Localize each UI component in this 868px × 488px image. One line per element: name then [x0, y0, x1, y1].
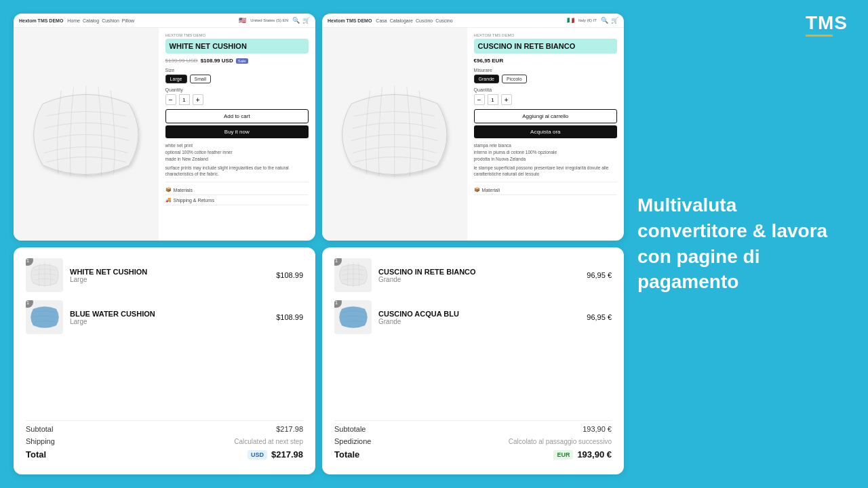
browser-logo-it: Hextom TMS DEMO — [328, 18, 372, 23]
product-card-en: Hextom TMS DEMO Home Catalog Cushion Pil… — [14, 14, 315, 241]
buy-now-btn-it[interactable]: Acquista ora — [474, 125, 617, 138]
qty-minus-it[interactable]: − — [474, 94, 485, 105]
size-options-en: Large Small — [165, 75, 309, 83]
browser-icons-it: 🔍🛒 — [601, 17, 618, 24]
add-cart-btn-it[interactable]: Aggiungi al carrello — [474, 109, 617, 123]
total-row-en: Total USD $217.98 — [26, 449, 303, 460]
shipping-row-en: Shipping Calculated at next step — [26, 437, 303, 445]
cart-item-name-2-it: CUSCINO ACQUA BLU — [378, 310, 580, 318]
qty-value-it: 1 — [488, 94, 498, 105]
cart-item-info-1-it: CUSCINO IN RETE BIANCO Grande — [378, 268, 580, 283]
flag-it: 🇮🇹 — [567, 17, 574, 24]
add-cart-btn-en[interactable]: Add to cart — [165, 109, 309, 123]
product-image-en — [14, 28, 159, 241]
shipping-value-it: Calcolato al passaggio successivo — [509, 438, 612, 445]
cart-item-variant-1-en: Large — [70, 276, 269, 283]
price-row-en: $139.99 USD $108.99 USD Sale — [165, 58, 309, 64]
flag-en: 🇺🇸 — [239, 17, 246, 24]
subtotal-value-en: $217.98 — [276, 425, 303, 433]
qty-label-it: Quantità — [474, 87, 617, 92]
product-title-en: WHITE NET CUSHION — [165, 39, 309, 54]
currency-badge-en: USD — [248, 450, 267, 460]
qty-minus-en[interactable]: − — [165, 94, 176, 105]
product-desc-en: white net print optional 100% cotton fea… — [165, 142, 309, 178]
size-grande-it[interactable]: Grande — [474, 75, 499, 83]
qty-row-en: − 1 + — [165, 94, 309, 105]
cart-item-name-2-en: BLUE WATER CUSHION — [70, 310, 269, 318]
shipping-value-en: Calculated at next step — [234, 438, 303, 445]
browser-bar-en: Hextom TMS DEMO Home Catalog Cushion Pil… — [14, 14, 315, 28]
price-row-it: €96,95 EUR — [474, 58, 617, 64]
cart-card-it: 1 CUSCINO IN RETE BIANCO Grande — [322, 247, 624, 474]
cart-item-img-1-it: 1 — [334, 258, 372, 292]
qty-plus-en[interactable]: + — [193, 94, 203, 105]
sale-badge-en: Sale — [236, 58, 248, 64]
product-content-it: HEXTOM TMS DEMO CUSCINO IN RETE BIANCO €… — [322, 28, 624, 241]
product-desc-it: stampa rete bianca interno in piuma di c… — [474, 142, 617, 178]
size-small-en[interactable]: Small — [190, 75, 212, 83]
cart-item-price-2-it: 96,95 € — [587, 313, 612, 321]
qty-label-en: Quantity — [165, 87, 309, 92]
cart-item-1-it: 1 CUSCINO IN RETE BIANCO Grande — [334, 258, 612, 292]
browser-icons-en: 🔍🛒 — [292, 17, 310, 24]
shipping-label-en: Shipping — [26, 437, 55, 445]
total-row-it: Totale EUR 193,90 € — [334, 449, 612, 460]
cart-item-info-2-it: CUSCINO ACQUA BLU Grande — [378, 310, 580, 325]
qty-row-it: − 1 + — [474, 94, 617, 105]
total-right-it: EUR 193,90 € — [553, 449, 612, 460]
tagline: Multivaluta convertitore & lavora con pa… — [637, 192, 848, 295]
cart-item-name-1-en: WHITE NET CUSHION — [70, 268, 269, 276]
cart-item-variant-1-it: Grande — [378, 276, 580, 283]
product-details-it: HEXTOM TMS DEMO CUSCINO IN RETE BIANCO €… — [467, 28, 624, 241]
price-current-en: $108.99 USD — [201, 58, 233, 64]
size-options-it: Grande Piccolo — [474, 75, 617, 83]
product-card-it: Hextom TMS DEMO Casa Catalogare Cuscino … — [322, 14, 624, 241]
cart-item-variant-2-it: Grande — [378, 318, 580, 325]
cart-item-2-en: 1 BLUE WATER CUSHION Large $108.99 — [26, 300, 303, 334]
subtotal-row-en: Subtotal $217.98 — [26, 425, 303, 433]
main-grid: Hextom TMS DEMO Home Catalog Cushion Pil… — [14, 14, 624, 474]
subtotal-label-en: Subtotal — [26, 425, 53, 433]
accordion-materials-en[interactable]: 📦Materials — [165, 185, 309, 195]
cart-item-price-1-it: 96,95 € — [587, 271, 612, 279]
total-right-en: USD $217.98 — [248, 449, 303, 460]
cart-divider-en — [26, 420, 303, 421]
product-title-it: CUSCINO IN RETE BIANCO — [474, 39, 617, 54]
cart-item-2-it: 1 CUSCINO ACQUA BLU Grande 96,95 € — [334, 300, 612, 334]
accordion-it: 📦Materiali — [474, 182, 617, 195]
size-piccolo-it[interactable]: Piccolo — [502, 75, 527, 83]
shipping-row-it: Spedizione Calcolato al passaggio succes… — [334, 437, 612, 445]
price-original-en: $139.99 USD — [165, 58, 198, 64]
browser-bar-it: Hextom TMS DEMO Casa Catalogare Cuscino … — [322, 14, 624, 28]
total-label-en: Total — [26, 449, 46, 460]
cart-divider-it — [334, 420, 612, 421]
total-value-en: $217.98 — [271, 449, 303, 460]
size-label-en: Size — [165, 68, 309, 73]
browser-nav-en: Home Catalog Cushion Pillow — [67, 18, 134, 23]
cart-item-1-en: 1 WHITE NET CUSHION Large $1 — [26, 258, 303, 292]
cart-card-en: 1 WHITE NET CUSHION Large $1 — [14, 247, 315, 474]
browser-logo-en: Hextom TMS DEMO — [19, 18, 63, 23]
subtotal-label-it: Subtotale — [334, 425, 366, 433]
browser-nav-it: Casa Catalogare Cuscino Cuscino — [376, 18, 452, 23]
accordion-materials-it[interactable]: 📦Materiali — [474, 185, 617, 195]
buy-now-btn-en[interactable]: Buy it now — [165, 125, 309, 138]
accordion-en: 📦Materials 🚚Shipping & Returns — [165, 182, 309, 205]
cart-item-img-2-en: 1 — [26, 300, 63, 334]
shipping-label-it: Spedizione — [334, 437, 371, 445]
cart-item-img-2-it: 1 — [334, 300, 372, 334]
size-large-en[interactable]: Large — [165, 75, 187, 83]
size-label-it: Misurare — [474, 68, 617, 73]
brand-label-it: HEXTOM TMS DEMO — [474, 33, 617, 37]
tms-logo: TMS — [806, 14, 848, 37]
product-content-en: HEXTOM TMS DEMO WHITE NET CUSHION $139.9… — [14, 28, 315, 241]
subtotal-value-it: 193,90 € — [583, 425, 612, 433]
cart-item-price-2-en: $108.99 — [276, 313, 303, 321]
cart-item-name-1-it: CUSCINO IN RETE BIANCO — [378, 268, 580, 276]
accordion-shipping-en[interactable]: 🚚Shipping & Returns — [165, 195, 309, 205]
product-image-it — [322, 28, 467, 241]
qty-plus-it[interactable]: + — [501, 94, 512, 105]
subtotal-row-it: Subtotale 193,90 € — [334, 425, 612, 433]
total-label-it: Totale — [334, 449, 359, 460]
qty-value-en: 1 — [179, 94, 190, 105]
